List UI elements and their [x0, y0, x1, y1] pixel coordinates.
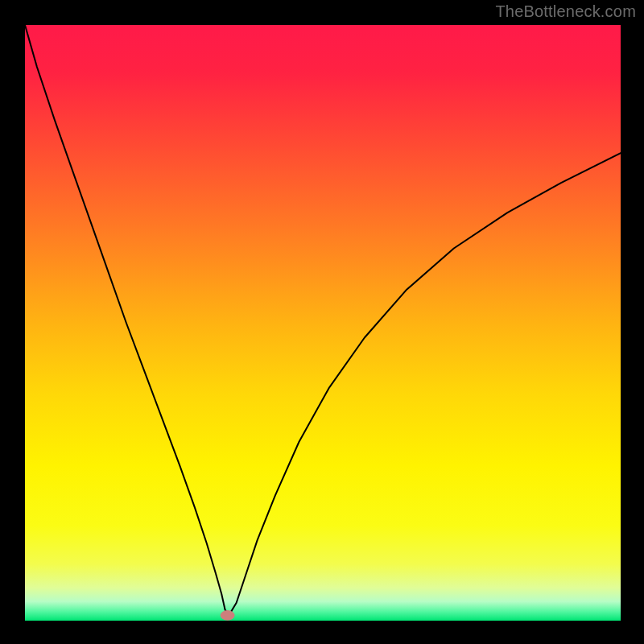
heat-gradient	[25, 25, 621, 621]
plot-area	[25, 25, 621, 621]
watermark-text: TheBottleneck.com	[495, 2, 636, 21]
chart-stage: TheBottleneck.com	[0, 0, 644, 644]
